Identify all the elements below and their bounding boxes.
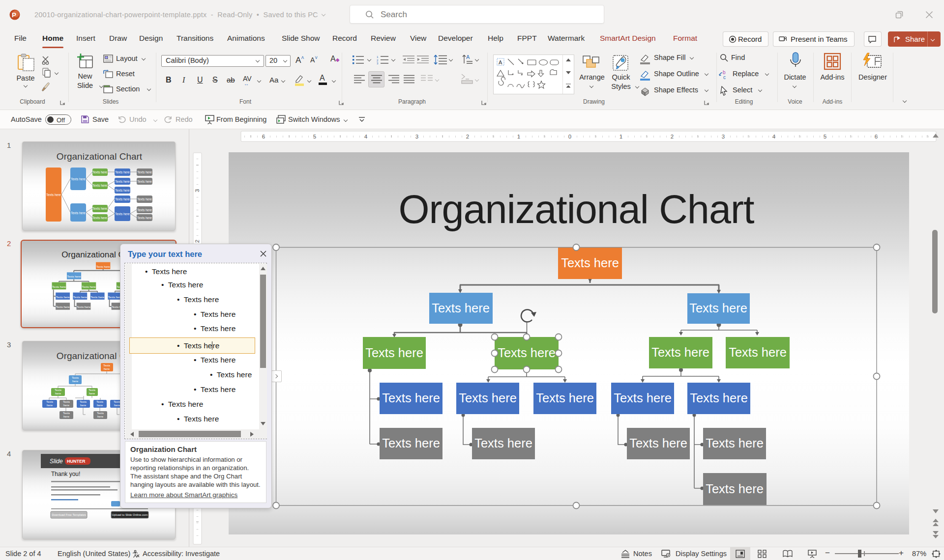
svg-text:here: here (63, 404, 70, 407)
svg-text:2: 2 (671, 134, 674, 140)
svg-text:Texts here: Texts here (92, 207, 107, 210)
svg-text:Texts: Texts (80, 400, 87, 403)
svg-text:Texts here: Texts here (92, 170, 107, 174)
svg-text:Texts here: Texts here (115, 212, 130, 216)
svg-text:Texts: Texts (63, 400, 70, 403)
svg-text:Texts here: Texts here (115, 197, 130, 201)
svg-text:P: P (12, 11, 16, 19)
svg-text:here: here (72, 380, 79, 383)
svg-text:Texts here: Texts here (90, 296, 105, 299)
svg-text:Texts here: Texts here (115, 189, 130, 192)
svg-text:4: 4 (772, 134, 776, 140)
svg-text:6: 6 (262, 134, 265, 140)
svg-text:Organizational Chart: Organizational Chart (399, 187, 754, 231)
svg-text:3: 3 (415, 134, 418, 140)
svg-text:Texts here: Texts here (52, 285, 66, 288)
svg-text:Download Free Templates: Download Free Templates (52, 513, 86, 516)
svg-text:4: 4 (364, 134, 368, 140)
svg-text:Texts here: Texts here (56, 296, 70, 299)
svg-text:1: 1 (620, 134, 622, 140)
svg-text:Texts here: Texts here (82, 285, 96, 288)
svg-text:Texts here: Texts here (137, 208, 152, 212)
svg-text:Texts here: Texts here (115, 170, 130, 174)
svg-text:Texts here: Texts here (137, 197, 152, 201)
svg-text:Slide: Slide (50, 458, 63, 465)
svg-text:here: here (55, 392, 61, 395)
svg-text:5: 5 (824, 134, 826, 140)
svg-text:3: 3 (377, 62, 379, 64)
svg-text:2: 2 (466, 134, 469, 140)
svg-text:Texts: Texts (103, 364, 110, 367)
svg-text:c: c (723, 75, 726, 80)
svg-text:here: here (80, 404, 87, 407)
svg-text:Texts: Texts (114, 400, 120, 403)
svg-text:A: A (466, 54, 470, 60)
svg-text:here: here (47, 404, 53, 407)
svg-text:Texts here: Texts here (96, 265, 111, 268)
svg-text:Upload to Slide Online.com: Upload to Slide Online.com (112, 513, 148, 516)
svg-text:here: here (104, 367, 110, 370)
svg-text:Texts: Texts (72, 376, 79, 379)
svg-text:Texts here: Texts here (115, 180, 130, 183)
svg-text:1: 1 (377, 56, 379, 58)
svg-text:A: A (499, 59, 502, 65)
svg-text:Texts here: Texts here (137, 170, 152, 174)
svg-text:Texts: Texts (97, 412, 104, 415)
svg-text:here: here (97, 415, 104, 418)
svg-text:here: here (114, 404, 120, 407)
svg-text:Organizational Chart: Organizational Chart (57, 151, 143, 162)
svg-text:Texts here: Texts here (71, 177, 86, 181)
svg-text:Texts: Texts (55, 389, 61, 392)
svg-text:Texts here: Texts here (46, 193, 61, 196)
svg-text:3: 3 (722, 134, 725, 140)
svg-text:Thank you!: Thank you! (51, 471, 80, 477)
svg-text:Texts here: Texts here (137, 216, 152, 220)
svg-text:Texts here: Texts here (67, 275, 81, 278)
svg-text:here: here (89, 392, 95, 395)
svg-text:Texts here: Texts here (92, 184, 107, 187)
svg-text:0: 0 (568, 134, 571, 140)
svg-text:1: 1 (517, 134, 520, 140)
svg-text:here: here (63, 415, 70, 418)
svg-text:Texts here: Texts here (137, 180, 152, 183)
svg-text:6: 6 (875, 134, 878, 140)
svg-text:Texts here: Texts here (77, 306, 91, 308)
svg-text:HUNTER: HUNTER (67, 459, 86, 464)
svg-text:Texts here: Texts here (73, 296, 88, 299)
svg-text:Texts: Texts (63, 412, 70, 415)
svg-text:Texts: Texts (96, 400, 103, 403)
svg-text:Texts here: Texts here (71, 211, 86, 215)
svg-text:Texts: Texts (88, 389, 95, 392)
svg-text:5: 5 (313, 134, 316, 140)
svg-text:Texts: Texts (46, 400, 53, 403)
svg-text:Texts here: Texts here (56, 306, 70, 308)
svg-text:2: 2 (194, 240, 200, 243)
svg-text:here: here (97, 404, 103, 407)
svg-text:Texts here: Texts here (92, 216, 107, 220)
